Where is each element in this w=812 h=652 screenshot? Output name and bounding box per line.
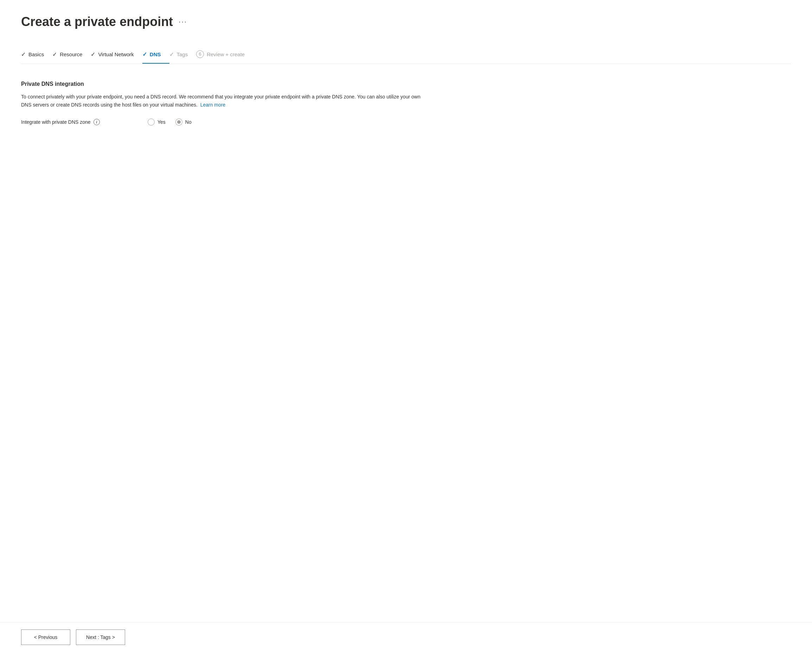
footer: < Previous Next : Tags > xyxy=(0,622,812,652)
wizard-step-review-create[interactable]: 6 Review + create xyxy=(196,46,253,64)
description-text: To connect privately with your private e… xyxy=(21,93,425,109)
page-title: Create a private endpoint xyxy=(21,14,173,29)
wizard-step-tags[interactable]: ✓ Tags xyxy=(169,47,197,63)
dns-radio-group: Yes No xyxy=(148,118,192,126)
radio-circle-yes[interactable] xyxy=(148,118,155,126)
content-area: Private DNS integration To connect priva… xyxy=(21,78,513,129)
step-check-virtual-network: ✓ xyxy=(91,51,95,58)
step-label-dns: DNS xyxy=(150,51,161,57)
dns-integration-form-row: Integrate with private DNS zone i Yes No xyxy=(21,118,513,126)
step-label-basics: Basics xyxy=(29,51,44,57)
ellipsis-menu-button[interactable]: ··· xyxy=(179,17,187,26)
step-label-resource: Resource xyxy=(60,51,82,57)
radio-circle-no[interactable] xyxy=(176,118,182,126)
wizard-step-resource[interactable]: ✓ Resource xyxy=(52,47,91,63)
wizard-step-basics[interactable]: ✓ Basics xyxy=(21,47,52,63)
learn-more-link[interactable]: Learn more xyxy=(200,102,226,108)
radio-label-yes: Yes xyxy=(157,119,166,125)
step-check-basics: ✓ xyxy=(21,51,26,58)
wizard-step-dns[interactable]: ✓ DNS xyxy=(142,47,169,63)
step-check-resource: ✓ xyxy=(52,51,57,58)
section-title: Private DNS integration xyxy=(21,81,513,87)
radio-option-no[interactable]: No xyxy=(176,118,192,126)
info-icon[interactable]: i xyxy=(93,119,100,125)
wizard-step-virtual-network[interactable]: ✓ Virtual Network xyxy=(91,47,142,63)
form-label: Integrate with private DNS zone i xyxy=(21,119,148,125)
step-check-dns: ✓ xyxy=(142,51,147,58)
step-label-review-create: Review + create xyxy=(207,51,245,57)
wizard-steps: ✓ Basics ✓ Resource ✓ Virtual Network ✓ … xyxy=(21,46,791,64)
step-number-review-create: 6 xyxy=(196,50,204,58)
step-label-virtual-network: Virtual Network xyxy=(98,51,134,57)
radio-label-no: No xyxy=(185,119,192,125)
step-label-tags: Tags xyxy=(177,51,188,57)
step-check-tags: ✓ xyxy=(169,51,174,58)
next-button[interactable]: Next : Tags > xyxy=(76,629,125,645)
previous-button[interactable]: < Previous xyxy=(21,629,70,645)
radio-option-yes[interactable]: Yes xyxy=(148,118,166,126)
